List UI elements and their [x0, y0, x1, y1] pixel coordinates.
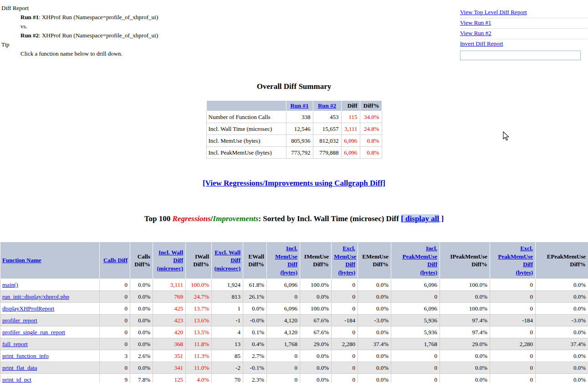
- display-all-link[interactable]: [ display all ]: [401, 214, 444, 223]
- nav-link[interactable]: Invert Diff Report: [460, 40, 503, 47]
- top100-suffix: : Sorted by Incl. Wall Time (microsec) D…: [258, 214, 401, 223]
- summary-value: 115: [341, 111, 360, 123]
- nav-link-row: Invert Diff Report: [460, 39, 588, 49]
- function-link[interactable]: profiler_report: [2, 317, 37, 324]
- sort-column-link[interactable]: Incl. Wall Diff (microsec): [157, 249, 183, 272]
- top-bar: Diff Report Run #1: XHProf Run (Namespac…: [0, 0, 588, 58]
- nav-link[interactable]: View Run #2: [460, 30, 491, 36]
- function-link[interactable]: displayXHProfReport: [2, 305, 54, 312]
- metric-cell: 3: [100, 350, 130, 362]
- top100-heading: Top 100 Regressions/Improvements: Sorted…: [0, 214, 588, 223]
- metric-cell: -3.0%: [536, 315, 588, 326]
- main-header-row: Function NameCalls DiffCalls Diff%Incl. …: [0, 242, 588, 279]
- metric-cell: 11.8%: [186, 338, 212, 350]
- metric-cell: 769: [153, 291, 186, 303]
- metric-cell: 0.0%: [358, 374, 391, 383]
- summary-value: 453: [313, 111, 341, 123]
- summary-run-link[interactable]: Run #1: [290, 102, 308, 109]
- function-link[interactable]: run_init::display/xhprof.php: [2, 293, 69, 300]
- metric-cell: 0: [391, 291, 440, 303]
- summary-run-link[interactable]: Run #2: [318, 102, 336, 109]
- function-link[interactable]: profiler_single_run_report: [2, 329, 65, 336]
- column-header: Incl. PeakMemUse Diff (bytes): [391, 242, 440, 279]
- column-header: Incl. MemUse Diff (bytes): [267, 242, 300, 279]
- function-link[interactable]: print_td_pct: [2, 376, 31, 383]
- metric-cell: 2,280: [490, 338, 536, 350]
- metric-cell: 423: [153, 315, 186, 326]
- summary-value: 34.0%: [360, 111, 382, 123]
- sort-column-link[interactable]: Calls Diff: [103, 257, 128, 264]
- metric-cell: 0: [267, 350, 300, 362]
- sort-column-link[interactable]: Excl. MemUse Diff (bytes): [334, 245, 356, 276]
- summary-value: 805,936: [286, 135, 313, 147]
- nav-link[interactable]: View Run #1: [460, 19, 491, 26]
- nav-link-row: View Run #2: [460, 29, 588, 39]
- column-header: EPeakMemUse Diff%: [536, 242, 588, 279]
- metric-cell: 4.0%: [186, 374, 212, 383]
- metric-cell: 0: [391, 350, 440, 362]
- metric-cell: 2.7%: [243, 350, 267, 362]
- sort-column-link[interactable]: Excl. Wall Diff (microsec): [214, 249, 240, 272]
- column-header: Function Name: [0, 242, 100, 279]
- metric-cell: 1: [212, 303, 243, 315]
- summary-col-header: Run #2: [313, 101, 341, 111]
- metric-cell: -0.1%: [243, 362, 267, 374]
- function-link[interactable]: full_report: [2, 341, 28, 347]
- metric-cell: 813: [212, 291, 243, 303]
- function-link[interactable]: print_flat_data: [2, 364, 37, 371]
- sort-column-link[interactable]: Function Name: [2, 257, 41, 264]
- metric-cell: 0: [267, 291, 300, 303]
- nav-link[interactable]: View Top Level Diff Report: [460, 9, 527, 16]
- summary-value: 3,111: [341, 123, 360, 135]
- table-row: full_report00.0%36811.8%130.4%1,76829.0%…: [0, 338, 588, 350]
- function-name-cell: print_flat_data: [0, 362, 100, 374]
- metric-cell: 0: [100, 315, 130, 326]
- metric-cell: 0: [332, 303, 358, 315]
- function-link[interactable]: print_function_info: [2, 352, 49, 359]
- metric-cell: 0.0%: [243, 303, 267, 315]
- metric-cell: 100.0%: [300, 279, 332, 291]
- metric-cell: 5,936: [391, 326, 440, 338]
- metric-cell: -2: [212, 362, 243, 374]
- metric-cell: 2.6%: [130, 350, 153, 362]
- function-link[interactable]: main(): [2, 281, 18, 288]
- metric-cell: 0: [490, 374, 536, 383]
- metric-cell: 0: [267, 374, 300, 383]
- metric-cell: 0.0%: [358, 326, 391, 338]
- search-input[interactable]: [460, 51, 581, 60]
- column-header: Incl. Wall Diff (microsec): [153, 242, 186, 279]
- metric-cell: 13.7%: [186, 303, 212, 315]
- callgraph-diff-link[interactable]: [View Regressions/Improvements using Cal…: [203, 179, 385, 187]
- metric-cell: 100.0%: [186, 279, 212, 291]
- tip-text: Click a function name below to drill dow…: [20, 49, 158, 58]
- metric-cell: 0.0%: [300, 374, 332, 383]
- metric-cell: 0: [267, 362, 300, 374]
- summary-value: 15,657: [313, 123, 341, 135]
- summary-title: Overall Diff Summary: [0, 82, 588, 91]
- callgraph-link-line: [View Regressions/Improvements using Cal…: [0, 179, 588, 188]
- metric-cell: 0.0%: [536, 291, 588, 303]
- function-name-cell: full_report: [0, 338, 100, 350]
- function-name-cell: print_td_pct: [0, 374, 100, 383]
- metric-cell: 0: [100, 279, 130, 291]
- metric-cell: 61.8%: [243, 279, 267, 291]
- sort-column-link[interactable]: Incl. MemUse Diff (bytes): [275, 245, 297, 276]
- metric-cell: 11.3%: [186, 350, 212, 362]
- metric-cell: 0: [490, 326, 536, 338]
- metric-cell: 1,768: [267, 338, 300, 350]
- column-header: Calls Diff: [100, 242, 130, 279]
- metric-cell: 0: [490, 291, 536, 303]
- metric-cell: 0.0%: [536, 362, 588, 374]
- metric-cell: 351: [153, 350, 186, 362]
- metric-cell: 1,924: [212, 279, 243, 291]
- summary-value: 6,096: [341, 135, 360, 147]
- sort-column-link[interactable]: Excl. PeakMemUse Diff (bytes): [498, 245, 533, 276]
- metric-cell: 1,768: [391, 338, 440, 350]
- table-row: profiler_report00.0%42313.6%-1-0.0%4,120…: [0, 315, 588, 326]
- summary-value: 779,888: [313, 147, 341, 159]
- sort-column-link[interactable]: Incl. PeakMemUse Diff (bytes): [402, 245, 437, 276]
- metric-cell: 0.4%: [243, 338, 267, 350]
- column-header: IWall Diff%: [186, 242, 212, 279]
- metric-cell: 97.4%: [440, 326, 490, 338]
- metric-cell: 0: [100, 338, 130, 350]
